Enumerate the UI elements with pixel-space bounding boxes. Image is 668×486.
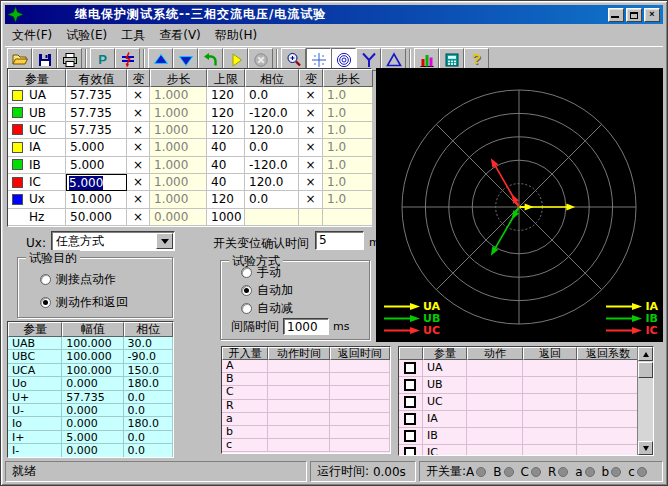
result-row-IA: IA xyxy=(399,411,639,428)
parameter-value-cell[interactable]: 1000 xyxy=(207,209,245,226)
parameter-value-cell[interactable]: 57.735 xyxy=(66,87,127,104)
menu-item-test[interactable]: 试验(E) xyxy=(59,25,114,46)
parameter-value-cell[interactable]: 1.000 xyxy=(150,157,207,174)
cell xyxy=(577,377,639,394)
parameter-value-cell[interactable]: -120.0 xyxy=(245,104,299,121)
parameter-value-cell[interactable]: 1.000 xyxy=(150,139,207,156)
cell: UCA xyxy=(8,364,62,377)
parameter-value-cell[interactable] xyxy=(323,209,373,226)
cell: IB xyxy=(423,428,467,445)
parameter-value-cell[interactable]: 1.0 xyxy=(323,139,373,156)
menu-item-view[interactable]: 查看(V) xyxy=(152,25,208,46)
parameter-value-cell[interactable]: × xyxy=(127,209,150,226)
parameter-value-cell[interactable]: 0.0 xyxy=(245,191,299,208)
parameter-value-cell[interactable]: × xyxy=(127,139,150,156)
menu-item-help[interactable]: 帮助(H) xyxy=(208,25,264,46)
parameter-value-cell[interactable]: 5.000 xyxy=(66,157,127,174)
parameter-value-cell[interactable]: 10.000 xyxy=(66,191,127,208)
legend-item-IC: IC xyxy=(606,325,658,336)
parameter-value-cell[interactable]: 120 xyxy=(207,122,245,139)
parameter-value-cell[interactable]: × xyxy=(299,139,323,156)
parameter-value-cell[interactable]: 1.0 xyxy=(323,157,373,174)
radio-measure-contact-action[interactable]: 测接点动作 xyxy=(40,271,116,288)
parameter-table-header: 上限 xyxy=(207,69,245,87)
radio-manual[interactable]: 手动 xyxy=(241,264,281,281)
parameter-value-cell[interactable]: 0.0 xyxy=(245,87,299,104)
parameter-value-cell[interactable] xyxy=(245,209,299,226)
parameter-value-cell[interactable]: 5.000 xyxy=(66,139,127,156)
cell: UC xyxy=(423,394,467,411)
parameter-value-cell[interactable]: 120 xyxy=(207,104,245,121)
parameter-value-cell[interactable]: 120.0 xyxy=(245,174,299,191)
parameter-value-cell[interactable]: × xyxy=(299,157,323,174)
scrollbar-thumb[interactable] xyxy=(638,362,653,378)
parameter-value-cell[interactable]: × xyxy=(299,174,323,191)
result-checkbox-IC[interactable] xyxy=(404,447,416,456)
ux-mode-dropdown-button[interactable] xyxy=(156,233,173,249)
parameter-value-cell[interactable]: 120 xyxy=(207,87,245,104)
parameter-value-cell[interactable]: × xyxy=(127,191,150,208)
result-checkbox-IA[interactable] xyxy=(404,413,416,425)
parameter-value-cell[interactable]: 120 xyxy=(207,191,245,208)
parameter-value-cell[interactable] xyxy=(299,209,323,226)
cell: U- xyxy=(8,404,62,417)
result-checkbox-UC[interactable] xyxy=(404,396,416,408)
scroll-up-button[interactable] xyxy=(638,347,653,361)
cell xyxy=(467,411,523,428)
parameter-value-cell[interactable]: 1.000 xyxy=(150,87,207,104)
parameter-value-cell[interactable]: 0.000 xyxy=(150,209,207,226)
result-checkbox-IB[interactable] xyxy=(404,430,416,442)
result-checkbox-UB[interactable] xyxy=(404,379,416,391)
parameter-value-cell[interactable]: 0.0 xyxy=(245,139,299,156)
parameter-value-cell[interactable]: 40 xyxy=(207,174,245,191)
parameter-value-cell[interactable]: -120.0 xyxy=(245,157,299,174)
parameter-value-cell[interactable]: 1.000 xyxy=(150,174,207,191)
parameter-value-cell[interactable]: 1.000 xyxy=(150,122,207,139)
menu-item-file[interactable]: 文件(F) xyxy=(5,25,59,46)
parameter-value-cell[interactable]: 57.735 xyxy=(66,104,127,121)
cell: c xyxy=(222,439,268,452)
result-table-scrollbar[interactable] xyxy=(637,347,653,455)
parameter-value-cell[interactable]: × xyxy=(299,104,323,121)
title-bar[interactable]: 继电保护测试系统--三相交流电压/电流试验 × xyxy=(5,5,663,24)
parameter-value-cell[interactable]: × xyxy=(127,174,150,191)
radio-auto-increase[interactable]: 自动加 xyxy=(241,282,293,299)
menu-item-tools[interactable]: 工具 xyxy=(114,25,152,46)
parameter-value-cell[interactable]: 1.000 xyxy=(150,104,207,121)
parameter-value-cell[interactable]: 1.000 xyxy=(150,191,207,208)
parameter-value-cell[interactable]: 1.0 xyxy=(323,174,373,191)
parameter-value-cell[interactable]: × xyxy=(299,87,323,104)
runtime-value: 0.00s xyxy=(373,465,406,479)
result-checkbox-UA[interactable] xyxy=(404,362,416,374)
parameter-value-cell[interactable]: × xyxy=(127,104,150,121)
parameter-value-cell[interactable]: 1.0 xyxy=(323,87,373,104)
parameter-value-cell[interactable]: 1.0 xyxy=(323,191,373,208)
parameter-value-cell[interactable]: 1.0 xyxy=(323,104,373,121)
parameter-label: Hz xyxy=(29,210,44,224)
voltage-legend: UAUBUC xyxy=(384,301,440,336)
parameter-value-cell[interactable]: 50.000 xyxy=(66,209,127,226)
scroll-down-button[interactable] xyxy=(638,441,653,455)
parameter-value-cell[interactable]: × xyxy=(127,122,150,139)
parameter-value-cell[interactable]: 57.735 xyxy=(66,122,127,139)
parameter-value-cell[interactable]: × xyxy=(127,157,150,174)
parameter-table-header: 参量 xyxy=(8,69,66,87)
ux-mode-select[interactable]: 任意方式 xyxy=(51,231,175,251)
parameter-value-cell[interactable]: 5.000 xyxy=(66,174,127,191)
interval-input[interactable]: 1000 xyxy=(283,318,329,335)
confirm-time-input[interactable]: 5 xyxy=(315,231,364,250)
parameter-value-cell[interactable]: × xyxy=(299,191,323,208)
minimize-button[interactable] xyxy=(608,8,624,22)
parameter-value-cell[interactable]: 1.0 xyxy=(323,122,373,139)
parameter-value-cell[interactable]: × xyxy=(127,87,150,104)
parameter-name-cell: UA xyxy=(8,87,66,104)
maximize-button[interactable] xyxy=(626,8,642,22)
parameter-value-cell[interactable]: 120.0 xyxy=(245,122,299,139)
parameter-value-cell[interactable]: 40 xyxy=(207,157,245,174)
cell: C xyxy=(222,386,268,399)
radio-measure-action-and-return[interactable]: 测动作和返回 xyxy=(40,294,128,311)
close-button[interactable]: × xyxy=(644,8,660,22)
parameter-value-cell[interactable]: 40 xyxy=(207,139,245,156)
parameter-value-cell[interactable]: × xyxy=(299,122,323,139)
radio-auto-decrease[interactable]: 自动减 xyxy=(241,300,293,317)
